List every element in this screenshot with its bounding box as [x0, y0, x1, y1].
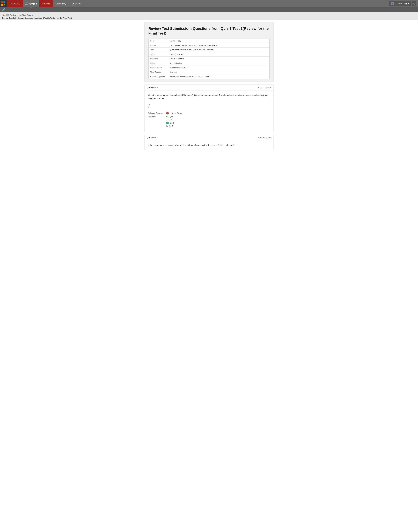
community-button[interactable]: Community: [53, 0, 69, 7]
answer-area: Selected Answer: ✕ [None Given] Answers:…: [148, 112, 270, 127]
info-row-time: Time Elapsed 0 minute: [149, 70, 270, 74]
answer-options-list: W, Z, R Z, Q, R ✓ Q, R W, Q, R: [166, 116, 174, 127]
test-label: Test: [149, 47, 168, 52]
attempt-value: Grade not available.: [168, 65, 270, 70]
question-1-header: Question 1 0 out of 0 points: [144, 85, 274, 91]
bold-Z: Z: [182, 94, 184, 96]
user-menu-button[interactable]: 👤 Jasmine Petty ▾: [389, 1, 411, 6]
bold-W: W: [163, 94, 165, 96]
course-value: 2017FA Math Teacher I (Fund Math I) (MAT…: [168, 43, 270, 47]
bold-R: R: [219, 94, 220, 96]
question-2-number: Question 2: [147, 136, 158, 139]
question-1-points: 0 out of 0 points: [258, 87, 271, 89]
logo-cell-blue: [3, 1, 5, 3]
info-row-user: User Jasmine Petty: [149, 39, 270, 43]
question-2-section: Question 2 0 out of 0 points If the temp…: [144, 135, 274, 150]
answer-option-2-text: Z, Q, R: [166, 119, 173, 121]
info-row-attempt: Attempt Score Grade not available.: [149, 65, 270, 70]
answer-option-3-correct: ✓ Q, R: [166, 122, 174, 124]
my-server-button[interactable]: My Server: [69, 0, 84, 7]
question-1-number: Question 1: [147, 86, 158, 89]
courses-button[interactable]: Courses: [39, 0, 53, 7]
bold-Q: Q: [194, 94, 196, 96]
answer-icon-wrong: ✕: [166, 112, 169, 115]
logo-cell-star: ★: [3, 4, 5, 6]
breadcrumb-subtitle: Review Test Submission: Questions from Q…: [2, 17, 416, 19]
question-2-text: If the temperature is now 0°, what will …: [148, 144, 270, 147]
question-1-body: Write the letters W (whole numbers), Z (…: [144, 91, 274, 132]
username-label: Jasmine Petty: [395, 2, 407, 5]
started-value: 10/11/17 7:32 PM: [168, 52, 270, 56]
answer-option-4: W, Q, R: [166, 125, 174, 127]
submitted-value: 10/11/17 7:32 PM: [168, 56, 270, 61]
top-navigation: ★ My DCCCD lincëlas Courses Community My…: [0, 0, 418, 7]
test-value: Questions from Quiz 3/Test 3(Review for …: [168, 47, 270, 52]
logo-grid: ★: [1, 1, 6, 6]
results-value: All Answers, Submitted Answers, Correct …: [168, 74, 270, 79]
main-content: Review Test Submission: Questions from Q…: [142, 20, 276, 155]
answer-option-2: Z, Q, R: [166, 119, 174, 121]
time-label: Time Elapsed: [149, 70, 168, 74]
info-row-submitted: Submitted 10/11/17 7:32 PM: [149, 56, 270, 61]
info-row-course: Course 2017FA Math Teacher I (Fund Math …: [149, 43, 270, 47]
course-label: Course: [149, 43, 168, 47]
breadcrumb-link[interactable]: Review for the Final Exam: [10, 14, 31, 16]
info-row-results: Results Displayed All Answers, Submitted…: [149, 74, 270, 79]
breadcrumb-circle-icon[interactable]: ▾: [6, 14, 9, 16]
nav-right-section: 👤 Jasmine Petty ▾ ⏻: [389, 0, 418, 7]
attempt-label: Attempt Score: [149, 65, 168, 70]
my-dcccd-button[interactable]: My DCCCD: [7, 0, 23, 7]
linc-text: lincëlas: [25, 1, 37, 6]
logo-cell-red: [1, 1, 3, 3]
results-label: Results Displayed: [149, 74, 168, 79]
breadcrumb-area: 🏠 ▾ Review for the Final Exam › Review T…: [0, 12, 418, 20]
dropdown-arrow-icon: ▾: [408, 2, 409, 5]
power-button[interactable]: ⏻: [412, 1, 416, 6]
user-value: Jasmine Petty: [168, 39, 270, 43]
breadcrumb-row: 🏠 ▾ Review for the Final Exam ›: [2, 14, 416, 16]
question-2-points: 0 out of 0 points: [258, 137, 271, 139]
breadcrumb-chevron-icon: ›: [32, 14, 33, 16]
selected-answer-label: Selected Answer:: [148, 112, 164, 114]
info-row-started: Started 10/11/17 7:32 PM: [149, 52, 270, 56]
answers-row: Answers: W, Z, R Z, Q, R ✓ Q, R: [148, 116, 270, 127]
user-avatar-icon: 👤: [391, 2, 394, 5]
status-label: Status: [149, 61, 168, 65]
linc-logo: lincëlas: [23, 0, 39, 7]
started-label: Started: [149, 52, 168, 56]
info-row-status: Status Needs Grading: [149, 61, 270, 65]
user-label: User: [149, 39, 168, 43]
status-value: Needs Grading: [168, 61, 270, 65]
secondary-bar: 🔗: [0, 7, 418, 12]
question-2-header: Question 2 0 out of 0 points: [144, 135, 274, 141]
correct-checkmark-icon: ✓: [166, 122, 169, 124]
question-1-section: Question 1 0 out of 0 points Write the l…: [144, 85, 274, 132]
linc-dropdown-arrow: [30, 7, 33, 8]
selected-answer-row: Selected Answer: ✕ [None Given]: [148, 112, 270, 115]
time-value: 0 minute: [168, 70, 270, 74]
review-title: Review Test Submission: Questions from Q…: [148, 26, 270, 36]
link-icon: 🔗: [2, 8, 5, 11]
info-row-test: Test Questions from Quiz 3/Test 3(Review…: [149, 47, 270, 52]
question-2-body: If the temperature is now 0°, what will …: [144, 141, 274, 150]
submission-info-table: User Jasmine Petty Course 2017FA Math Te…: [148, 39, 270, 79]
answer-option-1: W, Z, R: [166, 116, 174, 118]
answer-option-3-text: Q, R: [170, 122, 174, 124]
answers-label: Answers:: [148, 116, 164, 118]
wrong-icon: ✕: [166, 112, 169, 114]
logo-cell-gold: [1, 4, 3, 6]
fraction-display: -3 5: [148, 103, 150, 109]
fraction-denominator: 5: [148, 106, 150, 109]
question-1-text: Write the letters W (whole numbers), Z (…: [148, 93, 270, 100]
answer-option-4-text: W, Q, R: [166, 125, 173, 127]
selected-answer-value: [None Given]: [171, 112, 182, 114]
answer-option-1-text: W, Z, R: [166, 116, 173, 118]
review-title-card: Review Test Submission: Questions from Q…: [144, 22, 274, 82]
logo-area: ★: [0, 0, 7, 7]
fraction-numerator: -3: [148, 103, 150, 106]
home-icon[interactable]: 🏠: [2, 14, 5, 16]
submitted-label: Submitted: [149, 56, 168, 61]
